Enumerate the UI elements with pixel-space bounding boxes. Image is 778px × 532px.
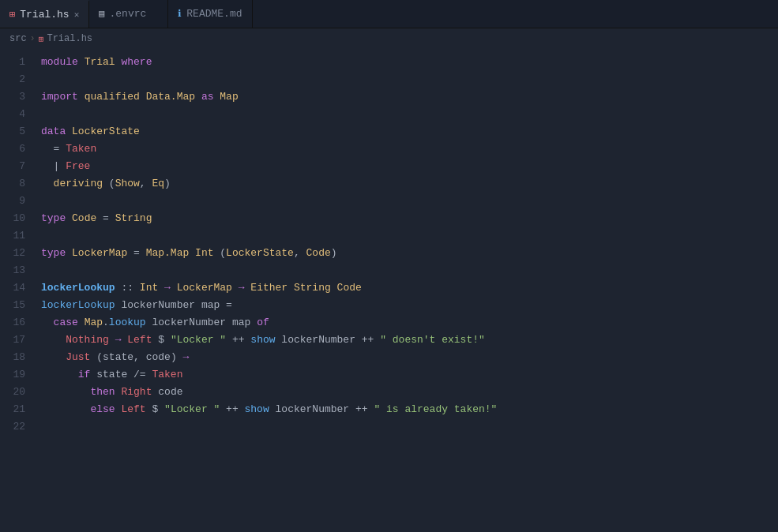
line-num: 18 (0, 349, 25, 366)
line-num: 19 (0, 366, 25, 384)
line-num: 10 (0, 210, 25, 227)
code-area: 1 2 3 4 5 6 7 8 9 10 11 12 13 14 15 16 1… (0, 49, 778, 532)
tab-bar: ⊞ Trial.hs ✕ ▤ .envrc ℹ README.md (0, 0, 778, 28)
code-line-13 (38, 262, 778, 279)
code-line-12: type LockerMap = Map.Map Int (LockerStat… (38, 245, 778, 262)
line-num: 20 (0, 384, 25, 401)
code-line-1: module Trial where (38, 54, 778, 71)
code-line-2 (38, 71, 778, 88)
code-line-17: Nothing → Left $ "Locker " ++ show locke… (38, 332, 778, 349)
line-num: 13 (0, 262, 25, 279)
code-line-8: deriving (Show, Eq) (38, 175, 778, 193)
editor: 1 2 3 4 5 6 7 8 9 10 11 12 13 14 15 16 1… (0, 49, 778, 532)
tab-label-readme: README.md (186, 8, 242, 20)
code-line-5: data LockerState (38, 123, 778, 140)
breadcrumb-file: Trial.hs (47, 33, 92, 44)
code-line-20: then Right code (38, 384, 778, 401)
code-content[interactable]: module Trial where import qualified Data… (38, 49, 778, 532)
line-num: 16 (0, 314, 25, 332)
line-num: 8 (0, 175, 25, 193)
code-line-9 (38, 193, 778, 210)
line-num: 9 (0, 193, 25, 210)
line-num: 2 (0, 71, 25, 88)
line-num: 15 (0, 297, 25, 314)
code-line-14: lockerLookup :: Int → LockerMap → Either… (38, 279, 778, 297)
tab-trial-hs[interactable]: ⊞ Trial.hs ✕ (0, 0, 89, 28)
line-num: 1 (0, 54, 25, 71)
breadcrumb-haskell-icon: ⊞ (39, 34, 44, 44)
code-line-18: Just (state, code) → (38, 349, 778, 366)
code-line-7: | Free (38, 158, 778, 175)
code-line-22 (38, 418, 778, 436)
tab-label-envrc: .envrc (110, 8, 147, 20)
code-line-21: else Left $ "Locker " ++ show lockerNumb… (38, 401, 778, 418)
info-icon-readme: ℹ (178, 8, 182, 20)
code-line-6: = Taken (38, 140, 778, 158)
code-line-15: lockerLookup lockerNumber map = (38, 297, 778, 314)
code-line-10: type Code = String (38, 210, 778, 227)
breadcrumb: src › ⊞ Trial.hs (0, 28, 778, 49)
line-num: 6 (0, 140, 25, 158)
code-line-19: if state /= Taken (38, 366, 778, 384)
file-icon-envrc: ▤ (99, 8, 104, 20)
breadcrumb-sep-1: › (30, 33, 36, 44)
code-line-11 (38, 227, 778, 245)
code-line-16: case Map.lookup lockerNumber map of (38, 314, 778, 332)
line-num: 3 (0, 88, 25, 106)
line-num: 11 (0, 227, 25, 245)
line-numbers: 1 2 3 4 5 6 7 8 9 10 11 12 13 14 15 16 1… (0, 49, 38, 532)
tab-close-trial-hs[interactable]: ✕ (74, 9, 80, 20)
haskell-icon: ⊞ (9, 9, 15, 21)
line-num: 22 (0, 418, 25, 436)
line-num: 12 (0, 245, 25, 262)
line-num: 5 (0, 123, 25, 140)
breadcrumb-src: src (9, 33, 27, 44)
tab-envrc[interactable]: ▤ .envrc (89, 0, 168, 28)
code-line-4 (38, 106, 778, 123)
tab-label-trial-hs: Trial.hs (20, 9, 69, 21)
code-line-3: import qualified Data.Map as Map (38, 88, 778, 106)
line-num: 17 (0, 332, 25, 349)
line-num: 14 (0, 279, 25, 297)
line-num: 4 (0, 106, 25, 123)
tab-readme[interactable]: ℹ README.md (168, 0, 252, 28)
line-num: 7 (0, 158, 25, 175)
line-num: 21 (0, 401, 25, 418)
